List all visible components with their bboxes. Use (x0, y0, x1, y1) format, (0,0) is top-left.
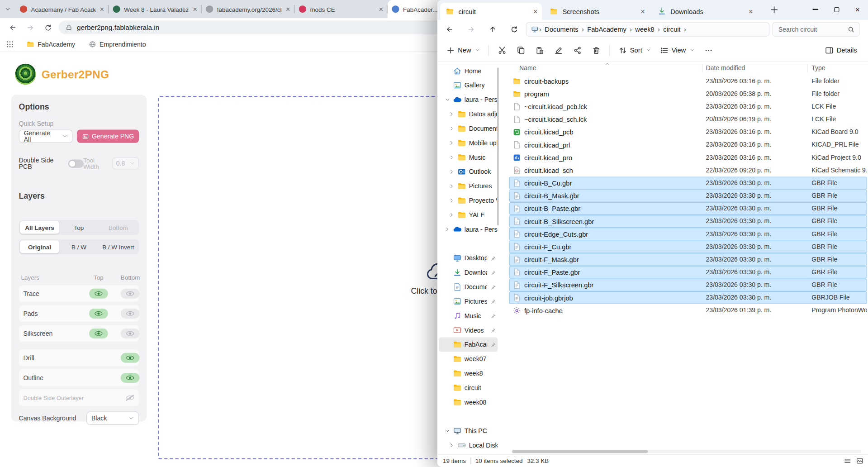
chevron-right-icon[interactable] (449, 126, 455, 131)
minimize-button[interactable] (805, 0, 826, 19)
canvas-background-select[interactable]: Black (86, 412, 139, 425)
browser-tab-fabacademy-org-2026-cla[interactable]: fabacademy.org/2026/cla...× (201, 0, 294, 18)
bookmark-item-emprendimiento[interactable]: Emprendimiento (84, 40, 151, 48)
sidebar-item-datos-adjunt[interactable]: Datos adjunt (439, 107, 498, 121)
apps-grid-icon[interactable] (6, 40, 14, 48)
tool-width-select[interactable]: 0.8 (112, 157, 139, 170)
tab-search-button[interactable] (0, 0, 15, 18)
file-row-circuit-f-silkscreen-gbr[interactable]: circuit-F_Silkscreen.gbr23/03/2026 03:30… (509, 279, 867, 291)
explorer-tab-screenshots[interactable]: Screenshots× (544, 3, 650, 20)
file-row-circuit-f-cu-gbr[interactable]: circuit-F_Cu.gbr23/03/2026 03:30 p. m.GB… (509, 240, 867, 253)
delete-button[interactable] (587, 42, 606, 58)
file-row-circuit-edge-cuts-gbr[interactable]: circuit-Edge_Cuts.gbr23/03/2026 03:30 p.… (509, 228, 867, 240)
chevron-down-icon[interactable] (445, 97, 450, 102)
visibility-toggle-bottom[interactable] (121, 353, 140, 363)
file-row-circuit-job-gbrjob[interactable]: circuit-job.gbrjob23/03/2026 03:30 p. m.… (509, 291, 867, 304)
forward-button[interactable] (23, 20, 38, 35)
sidebar-item-yale[interactable]: YALE (439, 208, 498, 222)
file-row-circuit-b-cu-gbr[interactable]: circuit-B_Cu.gbr23/03/2026 03:30 p. m.GB… (509, 177, 867, 190)
sidebar-item-home[interactable]: Home (439, 64, 498, 78)
browser-tab-mods-ce[interactable]: mods CE× (294, 0, 388, 18)
visibility-toggle-bottom[interactable] (121, 309, 140, 319)
file-row-circuit-kicad-sch[interactable]: circuit.kicad_sch22/03/2026 09:20 p. m.K… (509, 164, 867, 176)
file-row-circuit-backups[interactable]: circuit-backups23/03/2026 03:16 p. m.Fil… (509, 75, 867, 87)
sidebar-item-laura-persona[interactable]: laura - Persona (439, 92, 498, 107)
explorer-tab-downloads[interactable]: Downloads× (652, 3, 758, 20)
column-name[interactable]: Name (519, 65, 536, 71)
up-button[interactable] (485, 22, 500, 37)
browser-tab-academany-fab-acade[interactable]: Academany / Fab Acade...× (15, 0, 109, 18)
breadcrumb[interactable]: ›Documents›FabAcademy›week8›circuit› (526, 22, 770, 37)
render-mode-tab-original[interactable]: Original (20, 240, 59, 253)
column-date-modified[interactable]: Date modified (706, 65, 745, 71)
chevron-right-icon[interactable] (449, 443, 455, 448)
sidebar-item-fabacadem[interactable]: FabAcadem (439, 338, 498, 352)
cut-button[interactable] (493, 42, 512, 58)
chevron-right-icon[interactable] (449, 183, 455, 189)
tab-close-icon[interactable]: × (286, 5, 290, 13)
new-tab-button[interactable] (769, 5, 779, 14)
file-row-circuit-b-silkscreen-gbr[interactable]: circuit-B_Silkscreen.gbr23/03/2026 03:30… (509, 215, 867, 228)
bookmark-item-fabacademy[interactable]: FabAcademy (22, 40, 80, 48)
paste-button[interactable] (531, 42, 550, 58)
sidebar-item-documents[interactable]: Documents (439, 121, 498, 136)
sidebar-item-local-disk-c[interactable]: Local Disk (C (439, 438, 498, 453)
chevron-right-icon[interactable] (445, 227, 450, 232)
chevron-right-icon[interactable] (449, 111, 455, 117)
explorer-tab-circuit[interactable]: circuit× (440, 3, 542, 20)
file-row-circuit-kicad-prl[interactable]: circuit.kicad_prl23/03/2026 03:16 p. m.K… (509, 138, 867, 151)
layer-scope-tab-top[interactable]: Top (59, 221, 99, 234)
chevron-right-icon[interactable] (449, 155, 455, 160)
details-view-button[interactable] (844, 457, 851, 465)
sidebar-item-week8[interactable]: week8 (439, 366, 498, 381)
tab-close-icon[interactable]: × (533, 8, 537, 15)
sidebar-item-pictures[interactable]: Pictures (439, 179, 498, 193)
close-button[interactable]: × (847, 0, 868, 19)
visibility-toggle-bottom[interactable] (121, 329, 140, 338)
file-row-circuit-b-mask-gbr[interactable]: circuit-B_Mask.gbr23/03/2026 03:30 p. m.… (509, 190, 867, 202)
back-button[interactable] (442, 22, 457, 37)
file-row-circuit-kicad-pro[interactable]: circuit.kicad_pro23/03/2026 03:16 p. m.K… (509, 151, 867, 164)
new-button[interactable]: New (442, 43, 484, 58)
sidebar-item-documents[interactable]: Documents (439, 280, 498, 294)
sidebar-item-week08[interactable]: week08 (439, 395, 498, 410)
thumbnail-view-button[interactable] (856, 457, 863, 465)
sidebar-item-music[interactable]: Music (439, 150, 498, 165)
maximize-button[interactable] (826, 0, 847, 19)
sidebar-item-circuit[interactable]: circuit (439, 381, 498, 395)
file-row-fp-info-cache[interactable]: fp-info-cache23/03/2026 01:39 p. m.Progr… (509, 304, 867, 317)
back-button[interactable] (5, 20, 20, 35)
breadcrumb-item-fabacademy[interactable]: FabAcademy (584, 25, 629, 33)
render-mode-tab-b-w[interactable]: B / W (59, 240, 99, 253)
breadcrumb-item-circuit[interactable]: circuit (660, 25, 683, 33)
search-box[interactable] (772, 22, 859, 37)
breadcrumb-item-week8[interactable]: week8 (632, 25, 657, 33)
more-options-button[interactable] (699, 42, 718, 58)
tab-close-icon[interactable]: × (749, 8, 753, 15)
chevron-right-icon[interactable] (449, 212, 455, 218)
sidebar-item-gallery[interactable]: Gallery (439, 78, 498, 93)
visibility-toggle-bottom[interactable] (121, 373, 140, 383)
browser-tab-week-8-laura-valadez[interactable]: Week 8 - Laura Valadez -× (109, 0, 202, 18)
sidebar-item-week07[interactable]: week07 (439, 352, 498, 366)
sidebar-item-videos[interactable]: Videos (439, 323, 498, 338)
column-type[interactable]: Type (811, 65, 825, 71)
layer-scope-tab-all-layers[interactable]: All Layers (20, 221, 59, 234)
view-button[interactable]: View (655, 43, 699, 58)
render-mode-tab-b-w-invert[interactable]: B / W Invert (99, 240, 138, 253)
sidebar-item-downloads[interactable]: Downloads (439, 265, 498, 280)
site-info-lock-icon[interactable] (65, 24, 72, 31)
sidebar-item-music[interactable]: Music (439, 309, 498, 323)
column-divider[interactable] (702, 64, 702, 72)
sidebar-scrollbar[interactable] (497, 67, 499, 225)
scrollbar-thumb[interactable] (512, 450, 648, 453)
double-side-toggle[interactable] (68, 159, 83, 167)
search-input[interactable] (773, 26, 848, 33)
file-row-program[interactable]: program20/03/2026 05:38 p. m.File folder (509, 87, 867, 100)
sidebar-item-this-pc[interactable]: This PC (439, 424, 498, 438)
chevron-down-icon[interactable] (445, 428, 450, 434)
file-row-circuit-f-mask-gbr[interactable]: circuit-F_Mask.gbr23/03/2026 03:30 p. m.… (509, 253, 867, 266)
refresh-button[interactable] (507, 22, 522, 37)
sidebar-item-proyecto-val[interactable]: Proyecto VAL (439, 193, 498, 208)
details-button[interactable]: Details (821, 43, 861, 58)
